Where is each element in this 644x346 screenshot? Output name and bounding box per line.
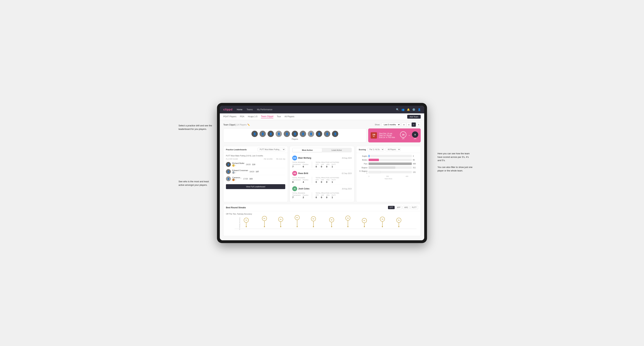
bar-track-eagles bbox=[368, 155, 412, 157]
bar-track-pars bbox=[368, 163, 412, 165]
bar-fill-pars bbox=[368, 163, 412, 165]
view-full-leaderboard-button[interactable]: View Full Leaderboard bbox=[226, 184, 285, 189]
subnav-tour[interactable]: Tour bbox=[277, 115, 281, 118]
activity-avatar-1: BM bbox=[292, 156, 297, 161]
pin-stem bbox=[313, 221, 314, 226]
streaks-header: Best Round Streaks OTT APP ARG PUTT bbox=[224, 204, 420, 211]
streak-tab-arg[interactable]: ARG bbox=[403, 206, 410, 209]
bar-track-dbogeys bbox=[368, 171, 412, 173]
leaderboard-body: PUTT Must Make Putting (3-6 ft), Last 3 … bbox=[224, 153, 288, 191]
tab-least-active[interactable]: Least Active bbox=[322, 148, 352, 152]
three-col-section: Practice Leaderboards PUTT Must Make Put… bbox=[223, 146, 421, 202]
pin-4x-1: 4x bbox=[329, 217, 334, 227]
pin-stem bbox=[264, 221, 264, 226]
player-avatar-8[interactable]: 👤 bbox=[308, 131, 314, 137]
user-icon[interactable]: 👤 bbox=[418, 108, 421, 111]
player-avatar-2[interactable]: 👤 bbox=[260, 131, 266, 137]
subnav-pgat[interactable]: PGAT Players bbox=[223, 115, 236, 118]
scoring-players-filter[interactable]: All Players bbox=[386, 148, 400, 151]
nav-item-home[interactable]: Home bbox=[237, 108, 242, 111]
annotation-top-left: Select a practice drill and see the lead… bbox=[178, 124, 214, 131]
scoring-par-filter[interactable]: Par 3, 4 & 5s bbox=[367, 148, 384, 151]
pin-stem bbox=[297, 220, 297, 226]
bar-row-eagles: Eagles 3 bbox=[359, 155, 418, 157]
players-card: 👤 👤 👤 👤 👤 👤 👤 👤 👤 👤 👤 Pl bbox=[223, 128, 366, 142]
bar-track-birdies bbox=[368, 159, 412, 161]
tablet-screen: clippd Home Teams My Performance 🔍 👥 🔔 ⚙… bbox=[220, 106, 424, 240]
bar-fill-bogeys bbox=[368, 166, 395, 169]
add-team-button[interactable]: Add Team bbox=[407, 115, 421, 119]
tablet-device: clippd Home Teams My Performance 🔍 👥 🔔 ⚙… bbox=[217, 103, 427, 243]
pin-circle: 5x bbox=[311, 216, 316, 221]
bell-icon[interactable]: 🔔 bbox=[407, 108, 410, 111]
nav-logo: clippd bbox=[223, 108, 232, 111]
streak-tab-ott[interactable]: OTT bbox=[388, 206, 394, 209]
view-grid-large[interactable]: ⊟ bbox=[407, 123, 411, 127]
pin-circle: 6x bbox=[262, 216, 267, 221]
player-avatar-11[interactable]: 👤 bbox=[332, 131, 338, 137]
nav-item-teams[interactable]: Teams bbox=[246, 108, 253, 111]
nav-item-performance[interactable]: My Performance bbox=[257, 108, 272, 111]
player-avatar-4[interactable]: 👤 bbox=[276, 131, 282, 137]
pin-dot bbox=[382, 226, 383, 227]
y-axis-label: % Fairway Accuracy bbox=[239, 217, 240, 230]
activity-player-3: JC Josh Coles 26 Aug 2023 Total Rounds bbox=[292, 185, 352, 200]
leaderboard-dropdown[interactable]: PUTT Must Make Putting... bbox=[258, 148, 285, 151]
tab-most-active[interactable]: Most Active bbox=[292, 148, 322, 152]
player-avatar-9[interactable]: 👤 bbox=[316, 131, 322, 137]
pin-dot bbox=[364, 226, 365, 227]
pin-dot bbox=[348, 226, 348, 227]
people-icon[interactable]: 👥 bbox=[402, 108, 404, 111]
player-avatar-10[interactable]: 👤 bbox=[324, 131, 330, 137]
leaderboard-title: Practice Leaderboards bbox=[226, 149, 247, 151]
streak-tab-app[interactable]: APP bbox=[395, 206, 402, 209]
bar-row-dbogeys: D. Bogeys + 131 bbox=[359, 170, 418, 174]
pin-stem bbox=[246, 223, 246, 226]
pin-circle: 7x bbox=[244, 218, 249, 223]
shot-badge: 198 SC bbox=[371, 132, 377, 139]
activity-card: Most Active Least Active BM Blair McHarg… bbox=[290, 146, 354, 202]
x-axis-label: Total Shots bbox=[359, 178, 418, 180]
bar-row-bogeys: Bogeys 311 bbox=[359, 166, 418, 169]
pin-stem bbox=[280, 222, 281, 226]
player-avatar-5[interactable]: 👤 bbox=[284, 131, 290, 137]
activity-body: Most Active Least Active BM Blair McHarg… bbox=[290, 146, 354, 202]
pin-5x-1: 5x bbox=[295, 215, 300, 227]
streak-tab-putt[interactable]: PUTT bbox=[410, 206, 418, 209]
view-grid-small[interactable]: ⊞ bbox=[402, 123, 406, 127]
streaks-subtitle: Off The Tee, Fairway Accuracy bbox=[226, 213, 418, 215]
player-avatar-7[interactable]: 👤 bbox=[300, 131, 306, 137]
bar-row-pars: Pars 499 bbox=[359, 163, 418, 165]
subnav-pga[interactable]: PGA bbox=[240, 115, 244, 118]
shot-info-card: 198 SC Shot Dist: 16 yds Start Lie: Roug… bbox=[368, 128, 421, 142]
subnav-hcaps[interactable]: Hcaps 1-5 bbox=[248, 115, 258, 118]
medal-bronze-3: 🥉 bbox=[232, 178, 235, 181]
activity-player-3-header: JC Josh Coles 26 Aug 2023 bbox=[292, 186, 352, 191]
player-avatar-6[interactable]: 👤 bbox=[292, 131, 298, 137]
activity-tabs: Most Active Least Active bbox=[292, 148, 352, 152]
player-name-block-1: Richard Butler 🥇 1 bbox=[232, 162, 244, 167]
players-row: 👤 👤 👤 👤 👤 👤 👤 👤 👤 👤 👤 bbox=[226, 131, 364, 137]
view-list[interactable]: ≡ bbox=[412, 123, 416, 127]
pin-circle: 4x bbox=[329, 217, 334, 222]
player-name-block-3: Cameron... 🥉 3 bbox=[232, 176, 242, 181]
activity-stats-3: Total Rounds Tournament 7 Practice bbox=[292, 192, 352, 199]
activity-player-2: RB Rees Britt 02 Sep 2023 Total Rounds bbox=[292, 170, 352, 185]
settings-icon[interactable]: ⚙️ bbox=[412, 108, 415, 111]
subnav-team-clippd[interactable]: Team Clippd bbox=[261, 115, 273, 118]
search-icon[interactable]: 🔍 bbox=[396, 108, 399, 111]
pin-circle: 4x bbox=[346, 216, 350, 220]
subnav-all-players[interactable]: All Players bbox=[284, 115, 294, 118]
pin-stem bbox=[364, 223, 364, 226]
activity-player-1: BM Blair McHarg 26 Aug 2023 Total Rounds bbox=[292, 154, 352, 170]
pin-4x-3: 4x bbox=[362, 218, 367, 227]
pin-stem bbox=[348, 220, 348, 226]
leaderboard-row-3: 👤 Cameron... 🥉 3 17/20 103 bbox=[226, 175, 285, 182]
player-avatar-1[interactable]: 👤 bbox=[252, 131, 258, 137]
pin-3x-2: 3x bbox=[396, 218, 401, 227]
pin-7x-1: 7x bbox=[244, 218, 249, 227]
show-select[interactable]: Last 3 months Last 6 months Last year bbox=[382, 123, 400, 127]
player-avatar-3[interactable]: 👤 bbox=[268, 131, 274, 137]
leaderboard-header: Practice Leaderboards PUTT Must Make Put… bbox=[224, 146, 288, 153]
view-filter[interactable]: ⇅ bbox=[416, 123, 421, 127]
